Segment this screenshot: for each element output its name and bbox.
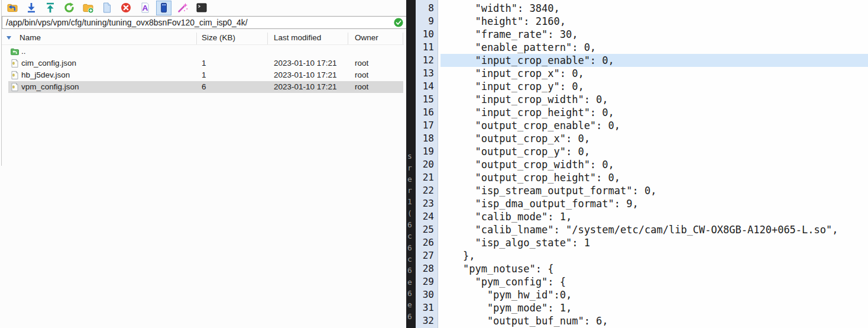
blue-file-icon (158, 2, 170, 14)
code-text: "isp_dma_output_format": 9, (439, 197, 639, 210)
upload-button[interactable] (43, 1, 58, 15)
new-file-button[interactable] (99, 1, 115, 15)
code-line[interactable]: 10 "frame_rate": 30, (416, 28, 868, 41)
rename-button[interactable]: A (137, 1, 153, 15)
delete-button[interactable] (118, 1, 134, 15)
code-line[interactable]: 31 "pym_mode": 1, (416, 301, 868, 314)
code-text: "pym_mode": 1, (439, 301, 572, 314)
code-line[interactable]: 28 "pym_notuse": { (416, 262, 868, 275)
code-line[interactable]: 25 "calib_lname": "/system/etc/cam/lib_C… (416, 223, 868, 236)
code-line[interactable]: 23 "isp_dma_output_format": 9, (416, 197, 868, 210)
code-line[interactable]: 15 "input_crop_width": 0, (416, 93, 868, 106)
line-number: 30 (416, 288, 434, 301)
code-line[interactable]: 21 "output_crop_height": 0, (416, 171, 868, 184)
line-number: 14 (416, 80, 434, 93)
column-header-name[interactable]: Name (20, 33, 41, 42)
code-line[interactable]: 30 "pym_hw_id":0, (416, 288, 868, 301)
code-text: "calib_lname": "/system/etc/cam/lib_CW-O… (439, 223, 838, 236)
line-number: 23 (416, 197, 434, 210)
column-separator[interactable] (403, 33, 403, 44)
path-input[interactable]: /app/bin/vps/vpm/cfg/tuning/tuning_ovx8b… (2, 16, 407, 29)
terminal-fragment: 1 (407, 197, 412, 206)
code-text: "input_crop_y": 0, (439, 80, 584, 93)
column-header-owner[interactable]: Owner (355, 33, 378, 42)
column-header-size[interactable]: Size (KB) (202, 33, 235, 42)
code-line[interactable]: 22 "isp_stream_output_format": 0, (416, 184, 868, 197)
terminal-fragment: 6 (407, 289, 412, 298)
code-line[interactable]: 29 "pym_config": { (416, 275, 868, 288)
code-line[interactable]: 14 "input_crop_y": 0, (416, 80, 868, 93)
code-text: "input_crop_height": 0, (439, 106, 614, 119)
code-text: "output_buf_num": 6, (439, 314, 608, 327)
terminal-fragment: c (407, 231, 412, 240)
line-number: 22 (416, 184, 434, 197)
file-row-parent-dir[interactable]: .. (0, 46, 404, 57)
line-number: 21 (416, 171, 434, 184)
file-modified: 2023-01-10 17:21 (274, 69, 337, 81)
code-line[interactable]: 13 "input_crop_x": 0, (416, 67, 868, 80)
text-editor[interactable]: 8 "width": 3840, 9 "height": 2160, 10 "f… (416, 0, 868, 328)
column-separator[interactable] (348, 33, 348, 44)
code-line[interactable]: 20 "output_crop_width": 0, (416, 158, 868, 171)
code-text: "input_crop_x": 0, (439, 67, 584, 80)
code-text: "output_crop_y": 0, (439, 145, 590, 158)
code-text: "input_crop_enable": 0, (439, 54, 614, 67)
terminal-icon (196, 2, 208, 14)
letter-a-icon: A (139, 2, 151, 14)
folder-up-icon (7, 2, 18, 14)
terminal-fragment: 6 (407, 312, 412, 321)
column-header-modified[interactable]: Last modified (274, 33, 321, 42)
delete-icon (120, 2, 132, 14)
code-line[interactable]: 16 "input_crop_height": 0, (416, 106, 868, 119)
line-number: 18 (416, 132, 434, 145)
terminal-button[interactable] (194, 1, 209, 15)
line-number: 8 (416, 2, 434, 15)
file-view-button[interactable] (156, 1, 171, 15)
new-folder-button[interactable] (80, 1, 96, 15)
line-number: 20 (416, 158, 434, 171)
code-line[interactable]: 18 "output_crop_x": 0, (416, 132, 868, 145)
line-number: 32 (416, 314, 434, 327)
code-line[interactable]: 24 "calib_mode": 1, (416, 210, 868, 223)
app-window: A (0, 0, 868, 328)
tools-button[interactable] (175, 1, 190, 15)
magic-wand-icon (177, 2, 189, 14)
file-row-hb-j5dev[interactable]: hb_j5dev.json 1 2023-01-10 17:21 root (0, 69, 404, 81)
code-text: "enable_pattern": 0, (439, 41, 596, 54)
code-line[interactable]: 26 "isp_algo_state": 1 (416, 236, 868, 249)
code-line[interactable]: 32 "output_buf_num": 6, (416, 314, 868, 327)
code-line[interactable]: 19 "output_crop_y": 0, (416, 145, 868, 158)
code-text: "width": 3840, (439, 2, 560, 15)
occluded-terminal-window[interactable]: s r e r 1 ( 6 c 6 c 6 e 6 e 6 (406, 0, 416, 328)
svg-text:A: A (142, 4, 148, 12)
file-row-cim-config[interactable]: cim_config.json 1 2023-01-10 17:21 root (0, 57, 404, 69)
line-number: 24 (416, 210, 434, 223)
code-line[interactable]: 8 "width": 3840, (416, 2, 868, 15)
code-text: "isp_stream_output_format": 0, (439, 184, 656, 197)
code-line[interactable]: 9 "height": 2160, (416, 15, 868, 28)
line-number: 12 (416, 54, 434, 67)
download-button[interactable] (24, 1, 39, 15)
file-name: hb_j5dev.json (21, 69, 70, 81)
code-text: "calib_mode": 1, (439, 210, 572, 223)
folder-up-green-icon (10, 47, 20, 56)
code-text: "frame_rate": 30, (439, 28, 578, 41)
file-row-vpm-config[interactable]: vpm_config.json 6 2023-01-10 17:21 root (8, 81, 403, 93)
terminal-fragment: 6 (407, 266, 412, 275)
code-line[interactable]: 11 "enable_pattern": 0, (416, 41, 868, 54)
terminal-fragment: r (407, 163, 412, 172)
code-line-highlighted[interactable]: 12 "input_crop_enable": 0, (416, 54, 868, 67)
line-number: 28 (416, 262, 434, 275)
code-text: "height": 2160, (439, 15, 566, 28)
code-line[interactable]: 27 }, (416, 249, 868, 262)
refresh-button[interactable] (61, 1, 77, 15)
table-header: Name Size (KB) Last modified Owner (0, 32, 404, 44)
column-separator[interactable] (196, 33, 197, 44)
file-size: 6 (202, 81, 206, 93)
line-number: 13 (416, 67, 434, 80)
code-text: "input_crop_width": 0, (439, 93, 608, 106)
download-icon (25, 2, 37, 14)
column-separator[interactable] (267, 33, 268, 44)
code-line[interactable]: 17 "output_crop_enable": 0, (416, 119, 868, 132)
up-directory-button[interactable] (5, 1, 20, 15)
